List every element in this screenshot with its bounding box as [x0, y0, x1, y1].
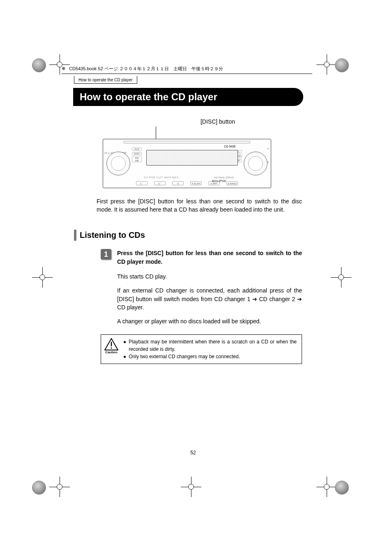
crop-mark	[32, 267, 53, 288]
device-model-label: CD 5435	[224, 145, 235, 148]
intro-paragraph: First press the [DISC] button for less t…	[97, 197, 302, 214]
crop-mark	[316, 54, 337, 75]
disc-button-callout: [DISC] button	[123, 118, 312, 125]
caution-label: Caution	[104, 350, 118, 354]
step-para-2: If an external CD changer is connected, …	[117, 286, 302, 311]
fm-am-button: FM AM	[132, 157, 142, 162]
step-number-badge: 1	[101, 249, 111, 260]
device-logos-right: HD Radio SIRIUS	[214, 176, 234, 179]
disc-button: DISC	[132, 152, 142, 155]
caution-note-2: Only two external CD changers may be con…	[129, 353, 240, 360]
step-para-1: This starts CD play.	[117, 272, 302, 281]
caution-note-1: Playback may be intermittent when there …	[129, 338, 297, 353]
caution-notes: ● Playback may be intermittent when ther…	[123, 338, 297, 360]
bullet-icon: ●	[123, 338, 126, 353]
breadcrumb-text: How to operate the CD player	[74, 76, 137, 84]
page-content: How to operate the CD player How to oper…	[74, 58, 312, 364]
svg-point-2	[111, 348, 112, 349]
section-heading: Listening to CDs	[74, 230, 312, 241]
callout-leader-line	[156, 127, 156, 139]
volume-knob	[106, 152, 130, 175]
step-heading: Press the [DISC] button for less than on…	[117, 249, 302, 267]
preset-3: 3	[172, 181, 184, 185]
caution-box: Caution ● Playback may be intermittent w…	[101, 334, 302, 364]
bullet-icon: ●	[123, 353, 126, 360]
crop-ball	[32, 58, 46, 72]
preset-1: 1 ˅	[136, 181, 148, 185]
left-side-buttons: AUX DISC FM AM	[132, 147, 142, 164]
breadcrumb: How to operate the CD player	[74, 76, 312, 84]
cd-slot	[124, 141, 250, 143]
preset-2: 2 ˄	[154, 181, 166, 185]
crop-ball	[335, 481, 349, 495]
crop-mark	[49, 477, 70, 497]
section-heading-text: Listening to CDs	[80, 230, 145, 241]
tune-knob	[244, 152, 267, 175]
aux-button: AUX	[132, 147, 142, 151]
caret-up-icon: ˄˅	[267, 147, 269, 166]
crop-mark	[331, 267, 351, 288]
heading-accent-bar	[74, 230, 76, 241]
crop-mark	[316, 477, 337, 497]
preset-6: 6 RAND	[226, 181, 238, 185]
device-display	[146, 150, 238, 166]
device-logos-left: 5V PRE OUT WMA MP3	[144, 176, 179, 179]
preset-4: 4 SCAN	[190, 181, 202, 185]
device-illustration: CD ▲ VOL MUTE PWR ˄˅ AUX DISC FM AM SEL …	[103, 139, 271, 188]
brand-logo: ECLIPSE	[212, 179, 226, 183]
crop-mark	[181, 477, 201, 497]
step-para-3: A changer or player with no discs loaded…	[117, 317, 302, 325]
preset-buttons: 1 ˅ 2 ˄ 3 ECLIPSE 4 SCAN 5 RPT 6 RAND	[136, 181, 238, 185]
step-1: 1 Press the [DISC] button for less than …	[101, 249, 302, 326]
caution-icon	[104, 338, 118, 350]
page-title: How to operate the CD player	[73, 88, 303, 106]
crop-ball	[32, 481, 46, 495]
page-number: 52	[74, 450, 312, 456]
crop-ball	[335, 58, 349, 72]
